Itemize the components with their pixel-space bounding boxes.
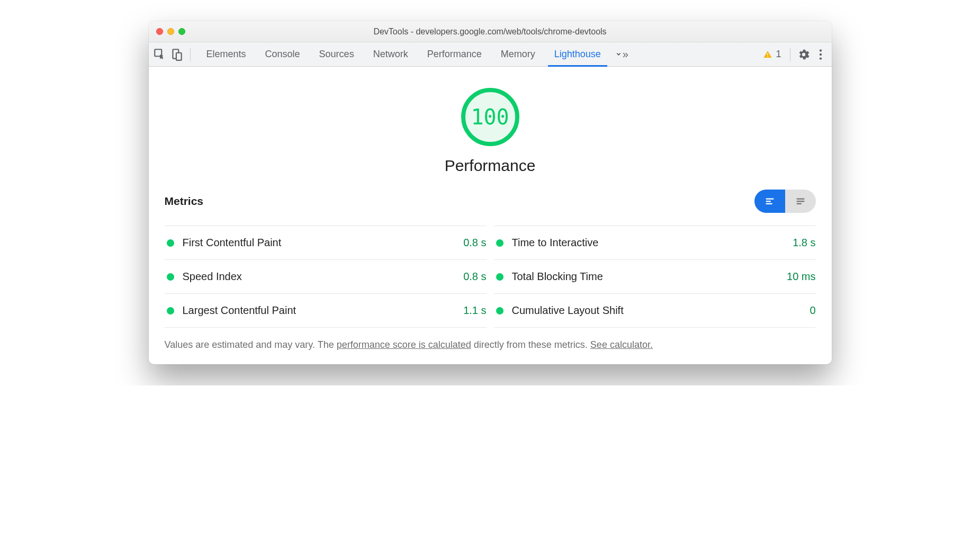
metric-value: 1.1 s: [463, 304, 486, 317]
tab-performance[interactable]: Performance: [418, 42, 491, 67]
metric-label: Cumulative Layout Shift: [512, 304, 802, 317]
titlebar: DevTools - developers.google.com/web/too…: [149, 21, 832, 42]
status-dot-icon: [496, 273, 504, 281]
svg-rect-12: [796, 201, 804, 202]
svg-rect-10: [766, 203, 772, 204]
performance-score: 100: [471, 105, 509, 129]
devtools-window: DevTools - developers.google.com/web/too…: [149, 21, 832, 364]
metric-value: 0.8 s: [463, 237, 486, 249]
svg-point-6: [819, 53, 821, 55]
window-title: DevTools - developers.google.com/web/too…: [149, 27, 832, 37]
panel-tabs: Elements Console Sources Network Perform…: [197, 42, 628, 67]
svg-rect-3: [768, 53, 769, 55]
metric-row: Speed Index 0.8 s: [165, 259, 487, 294]
metric-row: Total Blocking Time 10 ms: [494, 259, 816, 294]
devtools-toolbar: Elements Console Sources Network Perform…: [149, 42, 832, 67]
inspect-element-icon[interactable]: [153, 48, 167, 61]
separator: [190, 48, 191, 61]
window-controls: [156, 28, 185, 35]
tab-lighthouse[interactable]: Lighthouse: [545, 42, 610, 67]
tab-console[interactable]: Console: [256, 42, 310, 67]
metric-label: Largest Contentful Paint: [183, 304, 455, 317]
metric-label: First Contentful Paint: [183, 237, 455, 249]
minimize-window-button[interactable]: [167, 28, 174, 35]
lighthouse-report: 100 Performance Metrics First Contentful…: [149, 67, 832, 364]
tab-memory[interactable]: Memory: [491, 42, 545, 67]
footer-text: directly from these metrics.: [471, 339, 590, 350]
score-calc-link[interactable]: performance score is calculated: [337, 339, 471, 350]
metrics-view-toggle: [754, 190, 816, 213]
tab-sources[interactable]: Sources: [310, 42, 364, 67]
metric-label: Total Blocking Time: [512, 271, 779, 283]
svg-point-7: [819, 57, 821, 59]
metric-value: 10 ms: [787, 271, 815, 283]
score-gauge: 100 Performance: [165, 88, 816, 175]
view-expanded-button[interactable]: [785, 190, 816, 213]
metric-row: Cumulative Layout Shift 0: [494, 293, 816, 328]
tab-elements[interactable]: Elements: [197, 42, 256, 67]
metric-row: Time to Interactive 1.8 s: [494, 226, 816, 260]
footer-text: Values are estimated and may vary. The: [165, 339, 337, 350]
svg-rect-4: [768, 56, 769, 57]
svg-rect-9: [766, 201, 770, 202]
status-dot-icon: [496, 307, 504, 315]
metrics-heading: Metrics: [165, 195, 204, 208]
settings-icon[interactable]: [797, 48, 811, 61]
status-dot-icon: [167, 239, 174, 247]
status-dot-icon: [167, 273, 174, 281]
separator: [790, 48, 790, 61]
metric-label: Time to Interactive: [512, 237, 785, 249]
metric-value: 1.8 s: [793, 237, 815, 249]
device-toggle-icon[interactable]: [170, 48, 184, 61]
metric-value: 0.8 s: [463, 271, 486, 283]
tab-network[interactable]: Network: [364, 42, 418, 67]
view-compact-button[interactable]: [754, 190, 785, 213]
metric-row: Largest Contentful Paint 1.1 s: [165, 293, 487, 328]
svg-rect-13: [796, 203, 801, 204]
svg-rect-2: [176, 52, 181, 60]
svg-point-5: [819, 49, 821, 51]
status-dot-icon: [496, 239, 504, 247]
more-options-icon[interactable]: [814, 48, 828, 61]
metric-value: 0: [810, 304, 815, 317]
warnings-count: 1: [776, 49, 781, 60]
svg-rect-11: [796, 199, 804, 200]
metrics-grid: First Contentful Paint 0.8 s Time to Int…: [165, 226, 816, 328]
see-calculator-link[interactable]: See calculator.: [590, 339, 653, 350]
metrics-header: Metrics: [165, 190, 816, 226]
warnings-indicator[interactable]: 1: [763, 49, 781, 60]
performance-gauge: 100: [461, 88, 519, 146]
close-window-button[interactable]: [156, 28, 163, 35]
zoom-window-button[interactable]: [178, 28, 185, 35]
metric-row: First Contentful Paint 0.8 s: [165, 226, 487, 260]
status-dot-icon: [167, 307, 174, 315]
category-title: Performance: [445, 157, 536, 175]
metric-label: Speed Index: [183, 271, 455, 283]
svg-rect-8: [766, 199, 774, 200]
metrics-footer: Values are estimated and may vary. The p…: [165, 339, 816, 351]
more-tabs-icon[interactable]: »: [615, 48, 628, 61]
